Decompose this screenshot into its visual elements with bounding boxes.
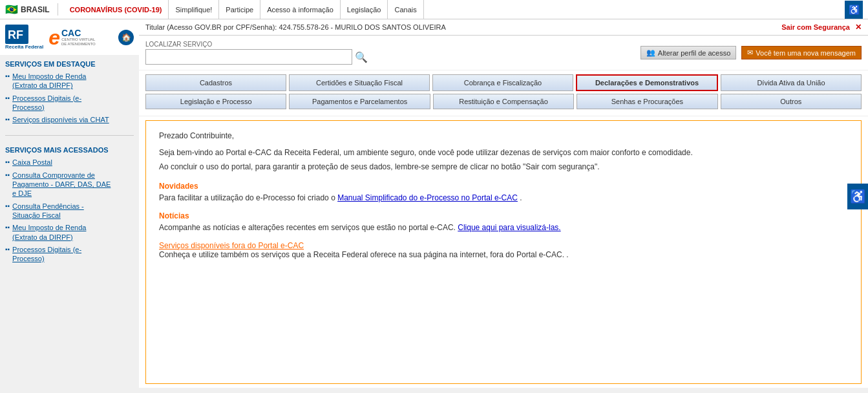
welcome-text-2: Ao concluir o uso do portal, para garant…: [159, 162, 848, 171]
profile-label: Alterar perfil de acesso: [658, 49, 731, 57]
accessibility-icon[interactable]: ♿: [845, 1, 863, 19]
novidades-text-before: Para facilitar a utilização do e-Process…: [159, 193, 337, 202]
covid-link[interactable]: CORONAVÍRUS (COVID-19): [63, 0, 169, 19]
sidebar-section-destaque: SERVIÇOS EM DESTAQUE ▪▪ Meu Imposto de R…: [0, 55, 139, 130]
sidebar: RF Receita Federal e CAC CENTRO VIRTUALD…: [0, 19, 139, 388]
search-input-row: 🔍: [145, 49, 635, 65]
mail-icon: ✉: [747, 48, 753, 57]
nav-restituicao[interactable]: Restituição e Compensação: [433, 94, 574, 109]
bullet-icon-3: ▪▪: [5, 116, 10, 123]
servicos-text: Conheça e utilize também os serviços que…: [159, 250, 848, 259]
search-label: LOCALIZAR SERVIÇO: [145, 41, 635, 48]
country-flag: 🇧🇷 BRASIL: [5, 3, 58, 16]
sidebar-link-comprovante-text: Consulta Comprovante dePagamento - DARF,…: [12, 171, 111, 198]
noticias-link[interactable]: Clique aqui para visualizá-las.: [458, 223, 560, 232]
sidebar-link-eprocesso1-text: Processos Digitais (e-Processo): [12, 94, 81, 112]
sidebar-link-pendencias-text: Consulta Pendências -Situação Fiscal: [12, 202, 84, 220]
sidebar-link-caixa-postal[interactable]: ▪▪ Caixa Postal: [5, 158, 134, 167]
participe-link[interactable]: Participe: [219, 0, 260, 19]
nav-pagamentos[interactable]: Pagamentos e Parcelamentos: [289, 94, 430, 109]
noticias-title: Notícias: [159, 211, 848, 220]
search-group: LOCALIZAR SERVIÇO 🔍: [145, 41, 635, 65]
ecac-cac-text: CAC: [61, 28, 96, 37]
simplifique-link[interactable]: Simplifique!: [169, 0, 219, 19]
sidebar-link-caixa-postal-text: Caixa Postal: [12, 158, 52, 167]
bullet-icon-8: ▪▪: [5, 246, 10, 253]
sidebar-link-eprocesso2-text: Processos Digitais (e-Processo): [12, 245, 81, 264]
svg-text:RF: RF: [8, 28, 23, 41]
sidebar-link-irpf[interactable]: ▪▪ Meu Imposto de Renda(Extrato da DIRPF…: [5, 72, 134, 90]
noticias-section: Notícias Acompanhe as notícias e alteraç…: [159, 211, 848, 232]
message-button[interactable]: ✉ Você tem uma nova mensagem: [741, 46, 862, 59]
rf-label: Receita Federal: [5, 44, 43, 50]
novidades-section: Novidades Para facilitar a utilização do…: [159, 182, 848, 202]
sidebar-link-chat[interactable]: ▪▪ Serviços disponíveis via CHAT: [5, 115, 134, 124]
servicos-section: Serviços disponíveis fora do Portal e-CA…: [159, 241, 848, 259]
main-wrapper: RF Receita Federal e CAC CENTRO VIRTUALD…: [0, 19, 868, 388]
sidebar-divider: [5, 135, 134, 136]
nav-row-2: Legislação e Processo Pagamentos e Parce…: [145, 94, 862, 109]
nav-cobranca[interactable]: Cobrança e Fiscalização: [432, 74, 573, 91]
sidebar-section-acessados: SERVIÇOS MAIS ACESSADOS ▪▪ Caixa Postal …: [0, 141, 139, 269]
canais-link[interactable]: Canais: [388, 0, 423, 19]
sidebar-link-chat-text: Serviços disponíveis via CHAT: [12, 115, 109, 124]
accessibility-float-button[interactable]: ♿: [847, 184, 868, 209]
novidades-title: Novidades: [159, 182, 848, 191]
header-actions: Sair com Segurança ✕: [781, 23, 862, 32]
ecac-e-letter: e: [48, 27, 60, 48]
profile-button[interactable]: 👥 Alterar perfil de acesso: [640, 46, 737, 59]
top-navigation: 🇧🇷 BRASIL CORONAVÍRUS (COVID-19) Simplif…: [0, 0, 868, 19]
top-nav-links: CORONAVÍRUS (COVID-19) Simplifique! Part…: [63, 0, 845, 19]
servicos-title[interactable]: Serviços disponíveis fora do Portal e-CA…: [159, 241, 848, 250]
sidebar-section-acessados-title: SERVIÇOS MAIS ACESSADOS: [5, 146, 134, 154]
nav-divida[interactable]: Dívida Ativa da União: [721, 74, 862, 91]
bullet-icon-4: ▪▪: [5, 158, 10, 165]
content-box: Prezado Contribuinte, Seja bem-vindo ao …: [145, 120, 862, 384]
rf-logo-icon: RF: [5, 25, 28, 44]
sidebar-link-irpf2-text: Meu Imposto de Renda(Extrato da DIRPF): [12, 223, 86, 242]
header-bar: Titular (Acesso GOV.BR por CPF/Senha): 4…: [139, 19, 868, 36]
ecac-subtitle: CENTRO VIRTUALDE ATENDIMENTO: [61, 37, 96, 46]
nav-cadastros[interactable]: Cadastros: [145, 74, 286, 91]
home-button[interactable]: 🏠: [118, 30, 134, 45]
nav-senhas[interactable]: Senhas e Procurações: [577, 94, 717, 109]
logo-area: RF Receita Federal e CAC CENTRO VIRTUALD…: [0, 19, 139, 55]
content-area: Titular (Acesso GOV.BR por CPF/Senha): 4…: [139, 19, 868, 388]
legislacao-link[interactable]: Legislação: [341, 0, 388, 19]
greeting-text: Prezado Contribuinte,: [159, 131, 848, 140]
sidebar-link-pendencias[interactable]: ▪▪ Consulta Pendências -Situação Fiscal: [5, 202, 134, 220]
bullet-icon-1: ▪▪: [5, 72, 10, 80]
bullet-icon-7: ▪▪: [5, 224, 10, 231]
novidades-text: Para facilitar a utilização do e-Process…: [159, 193, 848, 202]
nav-legislacao[interactable]: Legislação e Processo: [145, 94, 286, 109]
novidades-text-after: .: [518, 193, 522, 202]
search-button[interactable]: 🔍: [355, 51, 368, 63]
search-input[interactable]: [145, 49, 352, 65]
noticias-text-before: Acompanhe as notícias e alterações recen…: [159, 223, 458, 232]
close-button[interactable]: ✕: [855, 23, 862, 32]
nav-declaracoes[interactable]: Declarações e Demonstrativos: [576, 74, 718, 91]
ecac-logo: e CAC CENTRO VIRTUALDE ATENDIMENTO: [48, 27, 96, 48]
header-action-buttons: 👥 Alterar perfil de acesso ✉ Você tem um…: [640, 46, 862, 59]
bullet-icon-6: ▪▪: [5, 202, 10, 209]
sidebar-link-eprocesso1[interactable]: ▪▪ Processos Digitais (e-Processo): [5, 94, 134, 112]
sidebar-link-comprovante[interactable]: ▪▪ Consulta Comprovante dePagamento - DA…: [5, 171, 134, 198]
bullet-icon-2: ▪▪: [5, 94, 10, 101]
acesso-link[interactable]: Acesso à informação: [260, 0, 341, 19]
user-info: Titular (Acesso GOV.BR por CPF/Senha): 4…: [145, 23, 446, 31]
profile-icon: 👥: [646, 48, 655, 57]
welcome-text-1: Seja bem-vindo ao Portal e-CAC da Receit…: [159, 148, 848, 157]
message-label: Você tem uma nova mensagem: [756, 49, 856, 57]
nav-certidoes[interactable]: Certidões e Situação Fiscal: [289, 74, 430, 91]
nav-row-1: Cadastros Certidões e Situação Fiscal Co…: [145, 74, 862, 91]
sidebar-link-irpf2[interactable]: ▪▪ Meu Imposto de Renda(Extrato da DIRPF…: [5, 223, 134, 242]
bullet-icon-5: ▪▪: [5, 171, 10, 178]
nav-outros[interactable]: Outros: [721, 94, 862, 109]
sair-link[interactable]: Sair com Segurança: [781, 23, 850, 31]
top-nav-right: ♿: [845, 1, 863, 19]
sidebar-link-irpf-text: Meu Imposto de Renda(Extrato da DIRPF): [12, 72, 86, 90]
search-bar: LOCALIZAR SERVIÇO 🔍 👥 Alterar perfil de …: [139, 36, 868, 70]
sidebar-section-destaque-title: SERVIÇOS EM DESTAQUE: [5, 60, 134, 68]
novidades-link[interactable]: Manual Simplificado do e-Processo no Por…: [337, 193, 518, 202]
sidebar-link-eprocesso2[interactable]: ▪▪ Processos Digitais (e-Processo): [5, 245, 134, 264]
